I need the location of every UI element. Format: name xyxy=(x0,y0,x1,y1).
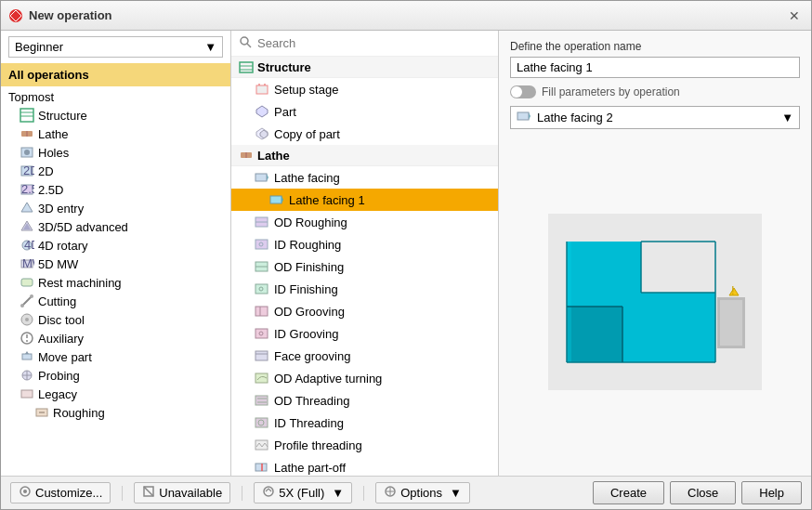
svg-point-21 xyxy=(20,304,24,307)
middle-item-profilethread[interactable]: Profile threading xyxy=(231,434,498,456)
odroughing-icon xyxy=(254,214,270,230)
op-name-input[interactable] xyxy=(510,57,800,78)
left-item-25d[interactable]: 2.5D 2.5D xyxy=(1,180,230,199)
left-item-4d[interactable]: 4D 4D rotary xyxy=(1,236,230,255)
left-panel: Beginner ▼ All operations Topmost Struct… xyxy=(1,31,231,476)
left-item-3d5d[interactable]: 3D/5D advanced xyxy=(1,217,230,236)
close-icon[interactable]: ✕ xyxy=(785,7,804,25)
svg-marker-50 xyxy=(267,174,268,181)
footer-left: Customize... Unavailable 5X (Full) ▼ xyxy=(10,482,593,503)
middle-item-odthreading[interactable]: OD Threading xyxy=(231,389,498,412)
middle-item-odroughing[interactable]: OD Roughing xyxy=(231,211,498,233)
options-icon xyxy=(384,485,397,501)
search-input[interactable] xyxy=(257,36,491,50)
left-item-rest[interactable]: Rest machining xyxy=(1,273,230,292)
middle-item-copyofpart[interactable]: Copy of part xyxy=(231,123,498,145)
middle-item-idroughing[interactable]: ID Roughing xyxy=(231,233,498,255)
left-item-holes[interactable]: Holes xyxy=(1,143,230,162)
2d-icon: 2D xyxy=(20,163,34,178)
svg-text:MW: MW xyxy=(22,256,34,270)
mode-selector[interactable]: 5X (Full) ▼ xyxy=(254,482,352,503)
new-operation-dialog: New operation ✕ Beginner ▼ All operation… xyxy=(0,0,812,510)
mode-arrow: ▼ xyxy=(332,486,344,500)
left-item-disc[interactable]: Disc tool xyxy=(1,310,230,329)
svg-text:!: ! xyxy=(731,283,735,297)
footer-sep3 xyxy=(363,486,364,501)
lathepartoff-icon xyxy=(254,459,270,476)
middle-item-idthreading[interactable]: ID Threading xyxy=(231,412,498,434)
middle-item-part[interactable]: Part xyxy=(231,100,498,123)
customize-icon xyxy=(19,485,32,501)
footer: Customize... Unavailable 5X (Full) ▼ xyxy=(1,476,811,509)
lathe-folder-icon xyxy=(239,148,254,163)
odthreading-icon xyxy=(254,392,270,409)
middle-item-odadaptive[interactable]: OD Adaptive turning xyxy=(231,367,498,389)
create-button[interactable]: Create xyxy=(593,481,664,504)
middle-item-lathepartoff[interactable]: Lathe part-off xyxy=(231,456,498,476)
middle-item-odgrooving[interactable]: OD Grooving xyxy=(231,300,498,322)
middle-item-lathefacing1[interactable]: Lathe facing 1 xyxy=(231,189,498,211)
probing-icon xyxy=(20,368,34,383)
unavailable-button[interactable]: Unavailable xyxy=(134,482,230,503)
svg-point-22 xyxy=(30,294,33,298)
disc-icon xyxy=(20,312,34,327)
svg-rect-80 xyxy=(517,112,529,120)
left-item-5dmw[interactable]: MW 5D MW xyxy=(1,255,230,273)
svg-marker-44 xyxy=(256,106,268,117)
svg-point-24 xyxy=(25,318,29,321)
svg-rect-33 xyxy=(21,390,33,398)
left-tree: Topmost Structure Lathe xyxy=(1,86,230,476)
left-item-2d[interactable]: 2D 2D xyxy=(1,162,230,180)
middle-section-structure[interactable]: Structure xyxy=(231,57,498,78)
odadaptive-icon xyxy=(254,370,270,386)
svg-point-7 xyxy=(24,150,30,155)
fill-op-icon xyxy=(517,109,531,126)
customize-button[interactable]: Customize... xyxy=(10,482,111,503)
25d-icon: 2.5D xyxy=(20,182,34,197)
right-panel: Define the operation name Fill parameter… xyxy=(499,31,811,476)
unavailable-icon xyxy=(142,485,155,501)
fill-op-select[interactable]: Lathe facing 2 ▼ xyxy=(510,106,800,129)
holes-icon xyxy=(20,145,34,160)
middle-item-idgrooving[interactable]: ID Grooving xyxy=(231,322,498,345)
svg-rect-88 xyxy=(720,300,742,346)
left-item-legacy[interactable]: Legacy xyxy=(1,385,230,403)
options-button[interactable]: Options ▼ xyxy=(375,482,470,503)
middle-item-setupstage[interactable]: Setup stage xyxy=(231,78,498,100)
middle-section-lathe[interactable]: Lathe xyxy=(231,145,498,166)
middle-item-lathefacing[interactable]: Lathe facing xyxy=(231,166,498,189)
op-name-label: Define the operation name xyxy=(510,40,800,53)
svg-text:2D: 2D xyxy=(23,163,34,177)
svg-rect-63 xyxy=(255,329,268,338)
middle-item-odfinishing[interactable]: OD Finishing xyxy=(231,255,498,278)
svg-text:2.5D: 2.5D xyxy=(21,182,34,196)
left-item-roughing[interactable]: Roughing xyxy=(1,403,230,422)
left-item-structure[interactable]: Structure xyxy=(1,106,230,124)
options-arrow: ▼ xyxy=(450,486,462,500)
left-item-3d[interactable]: 3D entry xyxy=(1,199,230,217)
lathe-icon xyxy=(20,126,34,141)
lathefacing1-icon xyxy=(268,191,285,208)
close-button[interactable]: Close xyxy=(670,481,736,504)
middle-item-facegrooving[interactable]: Face grooving xyxy=(231,345,498,367)
fill-params-toggle[interactable] xyxy=(510,85,536,98)
setup-icon xyxy=(254,81,270,98)
preview-svg: ! xyxy=(548,214,762,390)
footer-sep1 xyxy=(122,486,123,501)
svg-rect-28 xyxy=(22,354,32,360)
left-item-lathe[interactable]: Lathe xyxy=(1,124,230,143)
middle-item-idfinishing[interactable]: ID Finishing xyxy=(231,278,498,300)
help-button[interactable]: Help xyxy=(741,481,802,504)
5dmw-icon: MW xyxy=(20,256,34,271)
left-item-movepart[interactable]: Move part xyxy=(1,347,230,366)
left-item-auxiliary[interactable]: Auxiliary xyxy=(1,329,230,347)
svg-point-0 xyxy=(9,9,22,22)
lathefacing-icon xyxy=(254,169,270,186)
svg-marker-81 xyxy=(529,112,530,120)
left-item-cutting[interactable]: Cutting xyxy=(1,292,230,310)
beginner-combo[interactable]: Beginner ▼ xyxy=(8,36,223,58)
structure-icon xyxy=(20,108,34,123)
odgrooving-icon xyxy=(254,303,270,320)
all-operations-item[interactable]: All operations xyxy=(1,63,230,86)
left-item-probing[interactable]: Probing xyxy=(1,366,230,385)
